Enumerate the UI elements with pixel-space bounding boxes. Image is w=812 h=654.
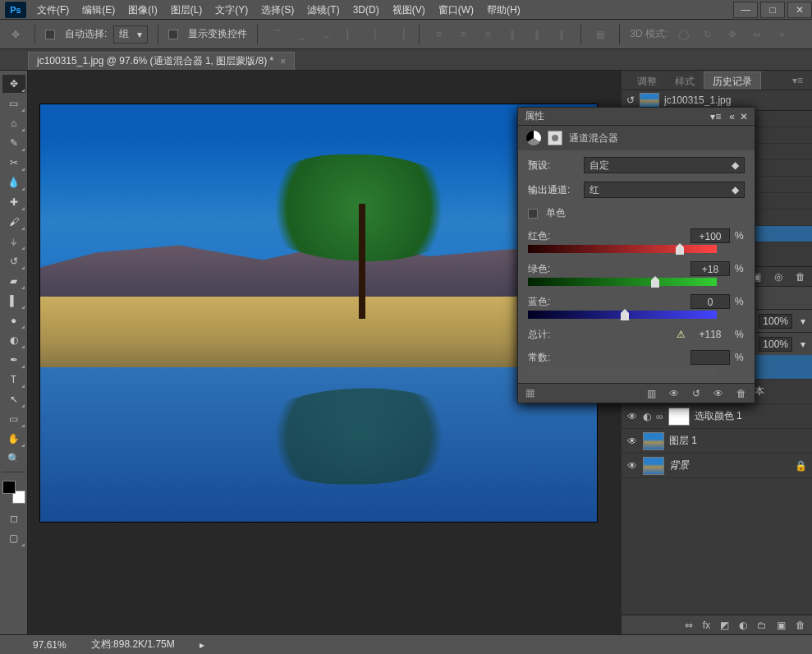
screen-mode-toggle[interactable]: ▢ [2, 529, 25, 547]
toggle-visibility-icon[interactable]: 👁 [713, 388, 723, 399]
green-slider[interactable] [528, 278, 717, 286]
menu-help[interactable]: 帮助(H) [481, 0, 526, 20]
monochrome-checkbox[interactable] [528, 209, 538, 219]
layer-name[interactable]: 选取颜色 1 [695, 409, 807, 423]
path-select-tool[interactable]: ↖ [2, 390, 25, 408]
layer-name[interactable]: 背景 [669, 458, 790, 472]
tab-adjustments[interactable]: 调整 [628, 71, 666, 90]
blur-tool[interactable]: ● [2, 311, 25, 329]
auto-select-label: 自动选择: [65, 27, 107, 41]
options-bar: ✥ 自动选择: 组▾ 显示变换控件 ⎺ ⎯ ⎽ ▏ │ ▕ ≡ ≡ ≡ ∥ ∥ … [0, 20, 812, 49]
layer-row[interactable]: 👁 背景 🔒 [622, 454, 812, 478]
align-left-icon: ▏ [342, 25, 360, 44]
zoom-level[interactable]: 97.61% [33, 639, 67, 651]
blue-slider[interactable] [528, 311, 717, 319]
tab-history[interactable]: 历史记录 [704, 71, 761, 90]
delete-layer-icon[interactable]: 🗑 [796, 619, 805, 631]
auto-select-checkbox[interactable] [45, 30, 55, 39]
lasso-tool[interactable]: ⌂ [2, 114, 25, 132]
view-previous-icon[interactable]: 👁 [669, 388, 679, 399]
menu-edit[interactable]: 编辑(E) [76, 0, 121, 20]
green-value-input[interactable]: +18 [690, 261, 730, 276]
foreground-swatch[interactable] [2, 481, 16, 494]
dodge-tool[interactable]: ◐ [2, 331, 25, 349]
marquee-tool[interactable]: ▭ [2, 94, 25, 113]
properties-panel[interactable]: 属性 ▾≡ « ✕ 通道混合器 预设: 自定◆ 输出通道: 红◆ 单色 红色: … [517, 107, 755, 403]
preset-select[interactable]: 自定◆ [584, 157, 745, 173]
new-layer-icon[interactable]: ▣ [777, 619, 786, 631]
crop-tool[interactable]: ✂ [2, 154, 25, 172]
visibility-toggle[interactable]: 👁 [626, 435, 638, 447]
stamp-tool[interactable]: ⏚ [2, 233, 25, 251]
tab-styles[interactable]: 样式 [666, 71, 704, 90]
menu-type[interactable]: 文字(Y) [209, 0, 254, 20]
visibility-toggle[interactable]: 👁 [626, 460, 638, 472]
eraser-tool[interactable]: ▰ [2, 272, 25, 290]
eyedropper-tool[interactable]: 💧 [2, 173, 25, 191]
close-panel-icon[interactable]: ✕ [740, 111, 748, 122]
add-mask-icon[interactable]: ◩ [720, 619, 729, 631]
menu-view[interactable]: 视图(V) [387, 0, 431, 20]
panel-menu-icon[interactable]: ▾≡ [710, 111, 721, 122]
red-value-input[interactable]: +100 [690, 228, 730, 243]
fill-value[interactable]: 100% [759, 337, 792, 352]
blue-value-input[interactable]: 0 [690, 294, 730, 309]
mask-thumb[interactable] [668, 408, 690, 426]
mask-icon[interactable] [548, 131, 562, 145]
shape-tool[interactable]: ▭ [2, 410, 25, 428]
clip-to-layer-icon[interactable]: ▥ [647, 388, 656, 399]
menu-layer[interactable]: 图层(L) [165, 0, 209, 20]
panel-menu-icon[interactable]: ▾≡ [783, 71, 812, 90]
new-snapshot-icon[interactable]: ◎ [774, 271, 782, 283]
new-group-icon[interactable]: 🗀 [757, 619, 767, 631]
menu-select[interactable]: 选择(S) [255, 0, 300, 20]
reset-icon[interactable]: ↺ [692, 388, 700, 399]
layer-thumb[interactable] [643, 432, 664, 450]
red-slider[interactable] [528, 245, 717, 253]
visibility-toggle[interactable]: 👁 [626, 411, 638, 422]
menu-file[interactable]: 文件(F) [31, 0, 75, 20]
layer-name[interactable]: 图层 1 [669, 434, 807, 448]
delete-state-icon[interactable]: 🗑 [796, 271, 805, 283]
status-menu-icon[interactable]: ▸ [200, 639, 204, 651]
window-maximize-button[interactable]: □ [760, 2, 785, 18]
healing-tool[interactable]: ✚ [2, 193, 25, 211]
layer-row[interactable]: 👁 图层 1 [622, 429, 812, 454]
quick-mask-toggle[interactable]: ◻ [2, 509, 25, 527]
pen-tool[interactable]: ✒ [2, 351, 25, 369]
document-tab-close-icon[interactable]: × [280, 56, 286, 67]
layer-row[interactable]: 👁 ◐ ∞ 选取颜色 1 [622, 404, 812, 429]
doc-size-info[interactable]: 文档:898.2K/1.75M [91, 638, 175, 652]
window-minimize-button[interactable]: — [733, 2, 758, 18]
collapse-panel-icon[interactable]: « [729, 111, 735, 122]
hand-tool[interactable]: ✋ [2, 430, 25, 448]
gradient-tool[interactable]: ▌ [2, 292, 25, 310]
dropdown-icon[interactable]: ▾ [801, 315, 805, 327]
type-tool[interactable]: T [2, 371, 25, 389]
quick-select-tool[interactable]: ✎ [2, 134, 25, 152]
output-channel-select[interactable]: 红◆ [584, 182, 745, 198]
window-close-button[interactable]: ✕ [787, 2, 812, 18]
link-layers-icon[interactable]: ⇔ [685, 619, 693, 631]
constant-value-input[interactable] [690, 350, 730, 365]
dropdown-icon[interactable]: ▾ [801, 339, 805, 350]
brush-tool[interactable]: 🖌 [2, 213, 25, 231]
menu-3d[interactable]: 3D(D) [347, 0, 385, 20]
menu-filter[interactable]: 滤镜(T) [301, 0, 345, 20]
document-tab[interactable]: jc100315_1.jpg @ 97.6% (通道混合器 1, 图层蒙版/8)… [28, 52, 295, 70]
roll-3d-icon: ↻ [699, 25, 717, 44]
delete-adjustment-icon[interactable]: 🗑 [736, 388, 746, 399]
new-adjustment-icon[interactable]: ◐ [739, 619, 747, 631]
opacity-value[interactable]: 100% [759, 314, 792, 329]
zoom-tool[interactable]: 🔍 [2, 449, 25, 467]
color-swatches[interactable] [2, 481, 25, 504]
menu-window[interactable]: 窗口(W) [433, 0, 479, 20]
menu-image[interactable]: 图像(I) [122, 0, 163, 20]
history-brush-tool[interactable]: ↺ [2, 252, 25, 270]
constant-slider[interactable] [528, 366, 717, 375]
show-transform-checkbox[interactable] [168, 30, 178, 39]
move-tool[interactable]: ✥ [2, 75, 25, 93]
auto-select-target-select[interactable]: 组▾ [113, 25, 148, 44]
layer-thumb[interactable] [643, 457, 664, 475]
fx-icon[interactable]: fx [703, 619, 710, 631]
